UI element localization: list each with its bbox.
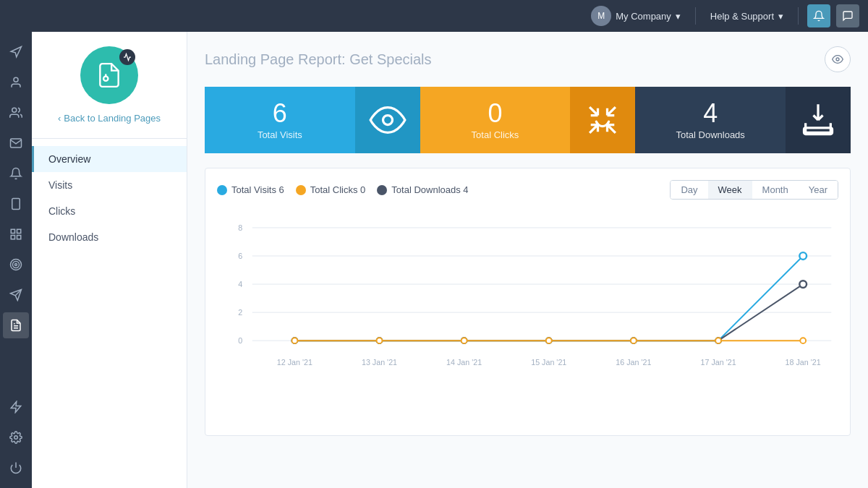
time-filters: Day Week Month Year: [670, 180, 838, 200]
chart-wrapper: 0 2 4 6 8 12 Jan '21 13 Jan '21 14 Jan '…: [217, 211, 838, 424]
stat-card-clicks: 0 Total Clicks: [420, 87, 636, 153]
svg-marker-15: [11, 402, 21, 413]
email-icon[interactable]: [3, 130, 29, 156]
svg-point-16: [14, 436, 18, 440]
stat-visits-label: Total Visits: [258, 129, 302, 140]
svg-text:13 Jan '21: 13 Jan '21: [362, 358, 397, 367]
svg-rect-6: [17, 236, 21, 239]
legend-visits: Total Visits 6: [217, 184, 284, 195]
stat-clicks-value: 0: [488, 100, 502, 127]
sidebar-icons: [0, 32, 32, 488]
svg-point-0: [14, 77, 18, 82]
stat-clicks-icon: [570, 87, 635, 153]
back-link-label: Back to Landing Pages: [64, 113, 161, 124]
settings-icon[interactable]: [3, 424, 29, 450]
legend-visits-label: Total Visits 6: [231, 184, 284, 195]
avatar: M: [591, 6, 611, 26]
chat-button[interactable]: [836, 4, 859, 27]
back-link[interactable]: ‹ Back to Landing Pages: [58, 113, 161, 124]
line-chart: 0 2 4 6 8 12 Jan '21 13 Jan '21 14 Jan '…: [217, 211, 838, 421]
svg-point-1: [12, 108, 17, 112]
legend-clicks-label: Total Clicks 0: [310, 184, 366, 195]
grid-icon[interactable]: [3, 221, 29, 247]
stats-row: 6 Total Visits 0 Total Clicks: [205, 87, 851, 153]
support-label: Help & Support: [710, 11, 774, 22]
back-chevron: ‹: [58, 113, 61, 124]
svg-text:6: 6: [238, 252, 242, 260]
stat-downloads-icon: [786, 87, 851, 153]
mobile-icon[interactable]: [3, 191, 29, 217]
stat-downloads-value: 4: [703, 100, 718, 127]
contacts-icon[interactable]: [3, 100, 29, 126]
svg-rect-4: [11, 229, 14, 233]
stat-clicks-label: Total Clicks: [472, 129, 519, 140]
svg-text:17 Jan '21: 17 Jan '21: [700, 358, 736, 367]
visits-line: [294, 256, 803, 341]
legend-dot-clicks: [296, 185, 306, 195]
chart-container: Total Visits 6 Total Clicks 0 Total Down…: [205, 168, 851, 436]
megaphone-icon[interactable]: [3, 39, 29, 65]
company-label: My Company: [616, 11, 671, 22]
nav-divider: [695, 7, 696, 25]
nav-logo: [80, 46, 138, 104]
svg-text:4: 4: [238, 280, 242, 288]
nav-item-visits[interactable]: Visits: [32, 172, 187, 198]
power-icon[interactable]: [3, 455, 29, 481]
clicks-dot-2: [461, 338, 467, 343]
clicks-dot-5: [715, 338, 721, 343]
notification-button[interactable]: [807, 4, 830, 27]
chart-legend: Total Visits 6 Total Clicks 0 Total Down…: [217, 184, 469, 195]
filter-month[interactable]: Month: [752, 181, 799, 199]
stat-downloads-left: 4 Total Downloads: [635, 87, 786, 153]
nav-item-clicks[interactable]: Clicks: [32, 198, 187, 224]
filter-week[interactable]: Week: [708, 181, 752, 199]
svg-point-19: [836, 58, 839, 61]
filter-year[interactable]: Year: [799, 181, 838, 199]
svg-text:8: 8: [238, 223, 242, 232]
legend-downloads: Total Downloads 4: [377, 184, 468, 195]
nav-divider2: [798, 7, 799, 25]
clicks-dot-4: [631, 338, 637, 343]
user-icon[interactable]: [3, 69, 29, 95]
chart-header: Total Visits 6 Total Clicks 0 Total Down…: [217, 180, 838, 200]
pages-icon[interactable]: [3, 312, 29, 338]
page-title: Landing Page Report: Get Specials: [205, 51, 432, 68]
stat-card-visits: 6 Total Visits: [205, 87, 420, 153]
bell-icon[interactable]: [3, 160, 29, 187]
company-menu[interactable]: M My Company ▾: [585, 3, 686, 29]
target-icon[interactable]: [3, 252, 29, 278]
svg-text:12 Jan '21: 12 Jan '21: [277, 358, 312, 367]
preview-button[interactable]: [825, 46, 851, 72]
legend-dot-visits: [217, 185, 227, 195]
page-header: Landing Page Report: Get Specials: [205, 46, 851, 72]
send-icon[interactable]: [3, 282, 29, 308]
nav-panel: ‹ Back to Landing Pages Overview Visits …: [32, 32, 187, 488]
support-menu[interactable]: Help & Support ▾: [705, 8, 789, 25]
stat-card-downloads: 4 Total Downloads: [635, 87, 851, 153]
stat-visits-left: 6 Total Visits: [205, 87, 355, 153]
svg-text:16 Jan '21: 16 Jan '21: [616, 358, 651, 367]
stat-visits-value: 6: [273, 100, 287, 127]
downloads-dot-6: [799, 281, 807, 288]
filter-day[interactable]: Day: [671, 181, 707, 199]
legend-clicks: Total Clicks 0: [296, 184, 366, 195]
company-caret: ▾: [676, 11, 681, 22]
svg-point-20: [383, 116, 392, 125]
bolt-icon[interactable]: [3, 394, 29, 420]
support-caret: ▾: [778, 11, 783, 22]
svg-point-10: [15, 264, 17, 266]
clicks-dot-6: [800, 338, 806, 343]
nav-item-overview[interactable]: Overview: [32, 146, 187, 172]
logo-badge: [119, 49, 135, 65]
svg-text:0: 0: [238, 336, 242, 345]
visits-dot-6: [799, 252, 807, 260]
clicks-dot-0: [292, 338, 297, 343]
legend-downloads-label: Total Downloads 4: [391, 184, 468, 195]
nav-item-downloads[interactable]: Downloads: [32, 224, 187, 250]
svg-rect-5: [17, 229, 21, 233]
legend-dot-downloads: [377, 185, 387, 195]
top-navigation: M My Company ▾ Help & Support ▾: [0, 0, 868, 32]
clicks-dot-3: [546, 338, 552, 343]
stat-visits-icon: [355, 87, 420, 153]
svg-point-9: [13, 262, 20, 268]
